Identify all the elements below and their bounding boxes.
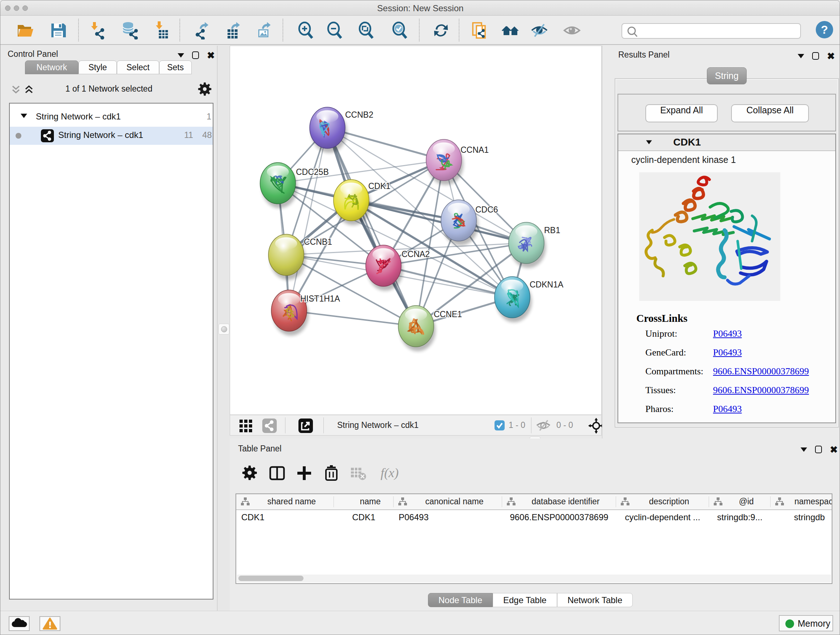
grid-view-icon[interactable] (238, 418, 253, 433)
import-database-icon[interactable] (121, 21, 139, 40)
control-panel-tab-style[interactable]: Style (79, 60, 117, 74)
selected-checkbox-icon[interactable] (494, 420, 505, 431)
warning-button[interactable] (39, 616, 60, 631)
close-panel-icon[interactable]: ✖ (827, 52, 835, 60)
show-all-icon[interactable] (563, 21, 581, 40)
table-cell[interactable]: 9606.ENSP00000378699 (502, 512, 616, 523)
network-node-CCNE1[interactable]: CCNE1 (398, 306, 462, 351)
home-icon[interactable] (501, 21, 519, 40)
column-header-shared-name[interactable]: shared name (236, 494, 334, 509)
zoom-selected-icon[interactable] (391, 21, 409, 40)
zoom-out-icon[interactable] (326, 21, 344, 40)
control-panel-tab-sets[interactable]: Sets (159, 60, 192, 74)
network-node-CCNB2[interactable]: CCNB2 (309, 107, 373, 153)
network-node-HIST1H1A[interactable]: HIST1H1A (271, 290, 340, 336)
control-panel-tab-select[interactable]: Select (117, 60, 159, 74)
refresh-icon[interactable] (432, 21, 450, 40)
float-panel-icon[interactable] (178, 53, 184, 57)
crosslink-row: Compartments:9606.ENSP00000378699 (645, 366, 834, 385)
crosslink-value-link[interactable]: 9606.ENSP00000378699 (713, 366, 809, 377)
close-panel-icon[interactable]: ✖ (207, 52, 215, 59)
table-tab-network-table[interactable]: Network Table (557, 593, 633, 607)
column-header--id[interactable]: @id (709, 494, 771, 509)
collapse-all-button[interactable]: Collapse All (731, 104, 809, 122)
expand-all-button[interactable]: Expand All (645, 104, 718, 122)
cdk1-section-header[interactable]: CDK1 (618, 134, 835, 151)
open-in-window-icon[interactable] (298, 418, 313, 433)
save-session-icon[interactable] (49, 21, 67, 40)
table-tab-edge-table[interactable]: Edge Table (493, 593, 557, 607)
delete-column-icon[interactable] (323, 465, 348, 483)
table-cell[interactable]: stringdb:9... (709, 512, 771, 523)
network-node-CDC6[interactable]: CDC6 (441, 200, 498, 245)
crosslink-value-link[interactable]: P06493 (713, 404, 742, 415)
cdk1-section: CDK1 cyclin-dependent kinase 1 CrossLink… (617, 134, 836, 423)
table-cell[interactable]: P06493 (399, 512, 429, 523)
crosslink-value-link[interactable]: 9606.ENSP00000378699 (713, 385, 809, 396)
column-header-canonical-name[interactable]: canonical name (393, 494, 502, 509)
column-header-name[interactable]: name (334, 494, 393, 509)
scrollbar-thumb[interactable] (238, 576, 303, 581)
control-panel: Control Panel ✖ NetworkStyleSelectSets 1… (0, 46, 218, 611)
table-cell[interactable]: cyclin-dependent ... (616, 512, 709, 523)
network-collection-row[interactable]: String Network – cdk1 1 (10, 109, 213, 127)
float-panel-icon[interactable] (798, 54, 804, 58)
network-node-CDC25B[interactable]: CDC25B (260, 163, 329, 208)
title-bar[interactable]: Session: New Session (0, 0, 840, 16)
copy-network-icon[interactable] (471, 21, 489, 40)
network-options-gear-icon[interactable] (197, 82, 212, 96)
open-session-icon[interactable] (17, 21, 35, 40)
control-panel-tab-network[interactable]: Network (25, 60, 79, 74)
left-splitter-handle[interactable] (218, 324, 229, 334)
crosslink-value-link[interactable]: P06493 (713, 328, 742, 339)
column-header-database-identifier[interactable]: database identifier (502, 494, 616, 509)
help-button[interactable]: ? (816, 21, 833, 38)
import-network-icon[interactable] (89, 21, 107, 40)
zoom-fit-icon[interactable] (357, 21, 376, 40)
network-node-CCNA1[interactable]: CCNA1 (426, 139, 489, 185)
crosslink-label: Compartments: (645, 366, 703, 377)
export-network-icon[interactable] (194, 21, 212, 40)
close-panel-icon[interactable]: ✖ (830, 446, 838, 453)
crosslink-label: Uniprot: (645, 328, 677, 339)
delete-table-icon[interactable] (350, 465, 376, 483)
export-table-icon[interactable] (225, 21, 243, 40)
maximize-panel-icon[interactable] (815, 446, 822, 453)
zoom-in-icon[interactable] (297, 21, 315, 40)
node-label: CCNB1 (304, 237, 332, 247)
network-edge[interactable] (327, 128, 416, 326)
network-node-CCNB1[interactable]: CCNB1 (268, 234, 332, 280)
crosslink-value-link[interactable]: P06493 (713, 347, 742, 358)
float-panel-icon[interactable] (801, 448, 807, 452)
memory-button[interactable]: Memory (779, 615, 833, 631)
horizontal-scrollbar[interactable] (237, 575, 831, 583)
maximize-panel-icon[interactable] (192, 51, 199, 59)
table-cell[interactable]: CDK1 (334, 512, 393, 523)
network-view-icon[interactable] (262, 418, 277, 433)
export-image-icon[interactable] (256, 21, 273, 40)
maximize-panel-icon[interactable] (812, 52, 819, 60)
hidden-eye-icon[interactable] (535, 419, 552, 432)
column-header-namespace[interactable]: namespace (771, 494, 832, 509)
cloud-button[interactable] (9, 616, 30, 631)
network-node-CCNA2[interactable]: CCNA2 (366, 245, 430, 291)
table-cell[interactable]: stringdb (771, 512, 832, 523)
add-column-icon[interactable] (296, 465, 321, 483)
network-edge[interactable] (289, 128, 327, 310)
function-builder-icon[interactable]: f(x) (379, 465, 404, 483)
column-header-description[interactable]: description (616, 494, 709, 509)
split-columns-icon[interactable] (269, 465, 294, 483)
hide-selected-icon[interactable] (531, 21, 548, 40)
table-settings-gear-icon[interactable] (242, 465, 267, 483)
table-cell[interactable]: CDK1 (241, 512, 264, 523)
network-row-selected[interactable]: String Network – cdk1 11 48 (10, 127, 213, 145)
search-input[interactable] (622, 23, 801, 39)
table-tab-node-table[interactable]: Node Table (428, 593, 493, 607)
network-node-CDKN1A[interactable]: CDKN1A (494, 277, 564, 322)
import-table-icon[interactable] (153, 21, 171, 40)
node-table[interactable]: shared namenamecanonical namedatabase id… (235, 494, 832, 584)
network-node-RB1[interactable]: RB1 (508, 222, 561, 268)
results-tab-string[interactable]: String (707, 67, 747, 84)
network-canvas[interactable]: CCNB2 CCNA1 CDC25B CDK1 CDC6 RB1 (230, 46, 602, 415)
window-title: Session: New Session (0, 3, 840, 13)
